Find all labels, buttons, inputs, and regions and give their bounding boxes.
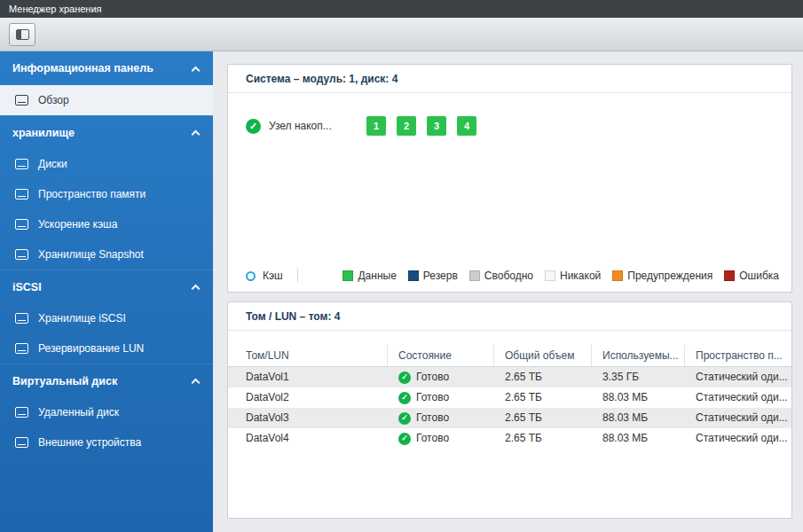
sidebar-item[interactable]: Пространство памяти (0, 179, 213, 209)
volume-table-body: DataVol1✓Готово2.65 ТБ3.35 ГБСтатический… (228, 367, 791, 449)
main-content: Система – модуль: 1, диск: 4 ✓ Узел нако… (213, 51, 803, 532)
column-header[interactable]: Общий объем (494, 345, 592, 366)
legend-row: Кэш ДанныеРезервСвободноНикакойПредупреж… (246, 269, 779, 283)
disk-strip: 1234 (366, 116, 476, 136)
sidebar-item-label: Обзор (38, 94, 69, 106)
column-header[interactable]: Пространство п... (685, 345, 791, 366)
sidebar: Информационная панельОбзорхранилищеДиски… (0, 51, 213, 532)
disk-slot[interactable]: 1 (366, 116, 386, 136)
sidebar-item[interactable]: Резервирование LUN (0, 333, 213, 364)
storage-node-label: Узел накоп... (269, 120, 347, 132)
legend-item: Свободно (469, 270, 533, 282)
cell-used-size: 88.03 МБ (592, 428, 685, 449)
drive-icon (15, 249, 28, 260)
table-row[interactable]: DataVol2✓Готово2.65 ТБ88.03 МБСтатически… (228, 387, 791, 408)
cell-space-type: Статический оди... (685, 367, 791, 387)
storage-node-row: ✓ Узел накоп... 1234 (228, 93, 791, 136)
status-text: Готово (416, 367, 449, 387)
cell-used-size: 3.35 ГБ (592, 367, 685, 387)
table-row[interactable]: DataVol1✓Готово2.65 ТБ3.35 ГБСтатический… (228, 367, 791, 387)
sidebar-section-label: iSCSI (12, 281, 42, 293)
legend-swatch (612, 270, 623, 281)
sidebar-item[interactable]: Хранилище iSCSI (0, 303, 213, 333)
cell-volume-name: DataVol2 (228, 387, 388, 408)
system-panel-body: ✓ Узел накоп... 1234 Кэш ДанныеРезервСво… (228, 93, 791, 293)
system-panel-title: Система – модуль: 1, диск: 4 (246, 73, 398, 85)
cell-space-type: Статический оди... (685, 428, 791, 449)
sidebar-item-label: Хранилище iSCSI (38, 312, 126, 325)
drive-icon (15, 437, 28, 448)
cache-icon (246, 271, 256, 281)
legend-swatch (724, 270, 735, 281)
system-panel: Система – модуль: 1, диск: 4 ✓ Узел нако… (227, 64, 792, 293)
sidebar-section-header[interactable]: iSCSI (0, 270, 213, 303)
disk-slot[interactable]: 3 (427, 116, 446, 136)
cell-total-size: 2.65 ТБ (494, 428, 592, 449)
legend-swatch (469, 270, 480, 281)
sidebar-item-label: Резервирование LUN (38, 342, 144, 355)
sidebar-item[interactable]: Хранилище Snapshot (0, 239, 213, 270)
legend-item: Данные (342, 270, 396, 282)
volume-table-header: Том/LUNСостояниеОбщий объемИспользуемы..… (228, 345, 791, 367)
content-area: Информационная панельОбзорхранилищеДиски… (0, 51, 803, 532)
cell-status: ✓Готово (388, 428, 494, 449)
sidebar-item[interactable]: Диски (0, 149, 213, 179)
status-ok-icon: ✓ (246, 119, 261, 134)
disk-slot[interactable]: 4 (457, 116, 476, 136)
legend-swatch (342, 270, 353, 281)
legend-item: Резерв (408, 270, 458, 282)
column-header[interactable]: Том/LUN (228, 345, 388, 366)
cell-volume-name: DataVol4 (228, 428, 388, 449)
legend-label: Данные (358, 270, 396, 282)
drive-icon (15, 219, 28, 230)
panel-toggle-button[interactable] (9, 23, 35, 46)
chevron-up-icon (192, 379, 201, 387)
sidebar-item-label: Диски (38, 158, 67, 170)
volume-table: Том/LUNСостояниеОбщий объемИспользуемы..… (228, 345, 791, 449)
cell-used-size: 88.03 МБ (592, 387, 685, 408)
chevron-up-icon (192, 285, 201, 293)
drive-icon (15, 189, 28, 200)
drive-icon (15, 159, 28, 169)
sidebar-item[interactable]: Ускорение кэша (0, 209, 213, 239)
cell-space-type: Статический оди... (685, 387, 791, 408)
legend-label: Никакой (560, 270, 601, 282)
status-legend: ДанныеРезервСвободноНикакойПредупреждени… (342, 270, 779, 282)
cell-status: ✓Готово (388, 387, 494, 408)
table-row[interactable]: DataVol3✓Готово2.65 ТБ88.03 МБСтатически… (228, 408, 791, 428)
storage-manager-window: Менеджер хранения Информационная панельО… (0, 0, 803, 532)
sidebar-item-label: Внешние устройства (38, 436, 141, 449)
volume-panel-header: Том / LUN – том: 4 (228, 302, 791, 331)
disk-slot[interactable]: 2 (397, 116, 416, 136)
chevron-up-icon (192, 130, 201, 139)
cell-status: ✓Готово (388, 408, 494, 428)
legend-label: Резерв (423, 270, 458, 282)
cell-status: ✓Готово (388, 367, 494, 387)
cache-legend: Кэш (246, 270, 283, 282)
legend-swatch (408, 270, 419, 281)
sidebar-section-header[interactable]: Виртуальный диск (0, 364, 213, 397)
status-text: Готово (416, 428, 449, 449)
drive-icon (15, 313, 28, 324)
legend-item: Никакой (545, 270, 601, 282)
column-header[interactable]: Используемы... (592, 345, 685, 366)
panel-icon (16, 29, 29, 40)
sidebar-section-label: Информационная панель (12, 62, 154, 74)
cell-total-size: 2.65 ТБ (494, 367, 592, 387)
drive-icon (15, 95, 28, 106)
table-row[interactable]: DataVol4✓Готово2.65 ТБ88.03 МБСтатически… (228, 428, 791, 449)
sidebar-item[interactable]: Обзор (0, 85, 213, 115)
column-header[interactable]: Состояние (388, 345, 494, 366)
cache-label: Кэш (263, 270, 283, 282)
legend-divider (297, 269, 298, 283)
status-text: Готово (416, 387, 449, 408)
legend-item: Предупреждения (612, 270, 712, 282)
legend-swatch (545, 270, 555, 281)
sidebar-section-header[interactable]: хранилище (0, 115, 213, 149)
sidebar-item[interactable]: Внешние устройства (0, 427, 213, 458)
chevron-up-icon (192, 66, 201, 74)
cell-volume-name: DataVol3 (228, 408, 388, 428)
sidebar-section-header[interactable]: Информационная панель (0, 51, 213, 85)
sidebar-section-label: хранилище (12, 127, 75, 139)
sidebar-item[interactable]: Удаленный диск (0, 397, 213, 427)
